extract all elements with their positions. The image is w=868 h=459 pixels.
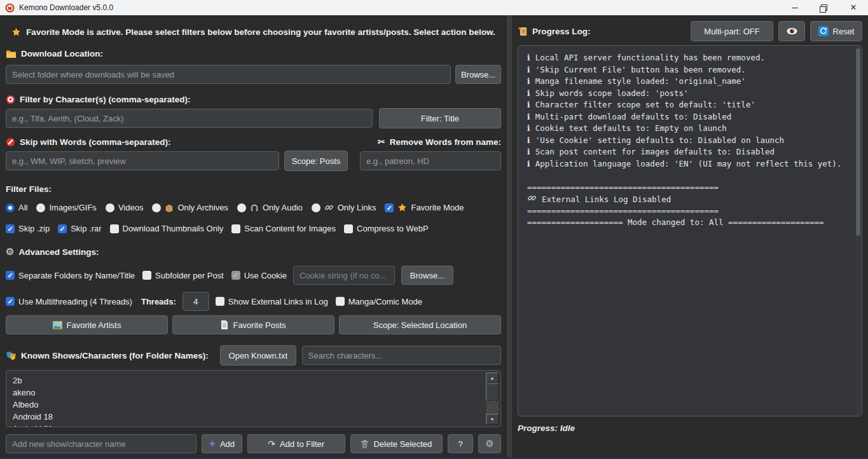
target-icon — [6, 95, 15, 104]
character-filter-input[interactable] — [6, 109, 373, 128]
settings-button[interactable] — [478, 434, 501, 453]
reset-button[interactable]: Reset — [810, 21, 862, 41]
checkbox-skip-zip[interactable]: ✓Skip .zip — [6, 224, 50, 233]
checkbox-box: ✓ — [231, 271, 240, 280]
download-location-input[interactable] — [6, 65, 451, 84]
info-icon — [527, 135, 530, 147]
log-line: Multi-part download defaults to: Disable… — [527, 111, 853, 123]
browse-cookie-button[interactable]: Browse... — [401, 266, 453, 285]
radio-videos[interactable]: Videos — [106, 203, 144, 212]
checkbox-box — [110, 224, 119, 233]
checkbox-scan-content-for-images[interactable]: Scan Content for Images — [231, 224, 336, 233]
info-icon — [527, 99, 530, 111]
log-lines: Local API server functionality has been … — [527, 52, 853, 229]
info-icon — [527, 123, 530, 135]
window-title: Kemono Downloader v5.0.0 — [19, 3, 113, 12]
threads-input[interactable] — [183, 292, 209, 311]
left-panel: Favorite Mode is active. Please select f… — [0, 15, 507, 457]
log-line: 'Skip Current File' button has been remo… — [527, 64, 853, 76]
checkbox-skip-rar[interactable]: ✓Skip .rar — [58, 224, 101, 233]
log-line: External Links Log Disabled — [527, 193, 853, 205]
checkbox-manga-comic-mode[interactable]: Manga/Comic Mode — [336, 297, 422, 306]
skip-scope-button[interactable]: Scope: Posts — [284, 151, 348, 171]
checkbox-compress-to-webp[interactable]: Compress to WebP — [344, 224, 428, 233]
link-icon — [324, 203, 334, 212]
filter-scope-label: Filter: Title — [421, 114, 459, 123]
advanced-row2-checks: Show External Links in LogManga/Comic Mo… — [216, 297, 422, 306]
banner-text: Favorite Mode is active. Please select f… — [26, 27, 495, 37]
radio-button — [6, 203, 15, 212]
close-button[interactable] — [839, 0, 868, 15]
known-characters-list[interactable]: 2bakenoAlbedoAndroid 18Android 21 — [6, 370, 501, 427]
radio-images-gifs[interactable]: Images/GIFs — [36, 203, 96, 212]
option-label: Separate Folders by Name/Title — [18, 271, 135, 280]
log-scrollbar-thumb[interactable] — [856, 48, 860, 236]
scroll-icon — [518, 27, 528, 36]
character-actions-row: Add Add to Filter Delete Selected ? — [6, 434, 501, 453]
favorite-posts-button[interactable]: Favorite Posts — [172, 315, 334, 334]
favorite-mode-banner: Favorite Mode is active. Please select f… — [6, 15, 501, 37]
app-logo-icon — [5, 3, 15, 13]
radio-only-links[interactable]: Only Links — [312, 203, 376, 212]
multipart-toggle-button[interactable]: Multi-part: OFF — [691, 21, 773, 41]
scope-selected-location-button[interactable]: Scope: Selected Location — [339, 315, 501, 334]
add-character-input[interactable] — [6, 434, 196, 453]
eye-toggle-button[interactable] — [778, 21, 805, 41]
radio-all[interactable]: All — [6, 203, 27, 212]
add-to-filter-button[interactable]: Add to Filter — [247, 434, 345, 453]
character-filter-row: Filter: Title — [6, 108, 501, 128]
minimize-button[interactable] — [780, 0, 809, 15]
scroll-up-icon[interactable] — [486, 373, 499, 383]
favorite-artists-button[interactable]: Favorite Artists — [6, 315, 168, 334]
checkbox-favorite-mode[interactable]: ✓Favorite Mode — [385, 203, 464, 212]
filter-scope-button[interactable]: Filter: Title — [379, 108, 501, 128]
checkbox-separate-folders-by-name-title[interactable]: ✓Separate Folders by Name/Title — [6, 271, 135, 280]
checkbox-use-cookie[interactable]: ✓Use Cookie — [231, 271, 287, 280]
checkbox-use-multithreading-4-threads[interactable]: ✓Use Multithreading (4 Threads) — [6, 297, 132, 306]
known-characters-text: Known Shows/Characters (for Folder Names… — [21, 351, 209, 360]
advanced-settings-text: Advanced Settings: — [18, 247, 99, 257]
option-label: Download Thumbnails Only — [123, 224, 224, 233]
list-item[interactable]: Android 21 — [13, 423, 481, 427]
checkbox-box — [231, 224, 240, 233]
remove-words-input[interactable] — [360, 151, 501, 170]
log-scrollbar[interactable] — [856, 47, 860, 414]
browse-download-button[interactable]: Browse... — [455, 65, 501, 84]
skip-words-input[interactable] — [6, 151, 279, 170]
radio-only-archives[interactable]: Only Archives — [152, 203, 228, 212]
reset-label: Reset — [833, 27, 855, 36]
package-icon — [165, 203, 174, 212]
delete-selected-button[interactable]: Delete Selected — [350, 434, 443, 453]
list-item[interactable]: Albedo — [13, 399, 481, 411]
no-entry-icon — [6, 137, 15, 147]
cookie-string-input[interactable] — [293, 266, 395, 285]
checkbox-download-thumbnails-only[interactable]: Download Thumbnails Only — [110, 224, 224, 233]
option-label: Scan Content for Images — [244, 224, 336, 233]
log-line: ==================== Mode changed to: Al… — [527, 217, 853, 229]
maximize-button[interactable] — [809, 0, 839, 15]
scrollbar-thumb[interactable] — [486, 383, 499, 401]
list-item[interactable]: akeno — [13, 387, 481, 399]
add-character-button[interactable]: Add — [202, 434, 242, 453]
progress-log-header: Progress Log: Multi-part: OFF Reset — [518, 21, 862, 41]
option-label: Use Multithreading (4 Threads) — [18, 297, 132, 306]
list-item[interactable]: 2b — [13, 374, 481, 387]
known-characters-row: Known Shows/Characters (for Folder Names… — [6, 345, 501, 366]
option-label: Compress to WebP — [357, 224, 428, 233]
progress-log-title: Progress Log: — [518, 27, 591, 36]
open-known-txt-button[interactable]: Open Known.txt — [220, 345, 296, 366]
scissors-icon — [378, 137, 385, 147]
checkbox-show-external-links-in-log[interactable]: Show External Links in Log — [216, 297, 328, 306]
search-characters-input[interactable] — [302, 346, 501, 365]
list-item[interactable]: Android 18 — [13, 411, 481, 423]
file-type-radio-row: AllImages/GIFsVideosOnly ArchivesOnly Au… — [6, 203, 501, 212]
plus-icon — [209, 439, 216, 449]
panel-splitter[interactable] — [507, 15, 512, 457]
help-button[interactable]: ? — [448, 434, 473, 453]
progress-log-output[interactable]: Local API server functionality has been … — [518, 45, 862, 416]
scroll-down-icon[interactable] — [486, 414, 499, 425]
radio-only-audio[interactable]: Only Audio — [237, 203, 303, 212]
checkbox-subfolder-per-post[interactable]: Subfolder per Post — [142, 271, 224, 280]
refresh-icon — [818, 26, 829, 36]
list-scrollbar[interactable] — [486, 373, 499, 425]
